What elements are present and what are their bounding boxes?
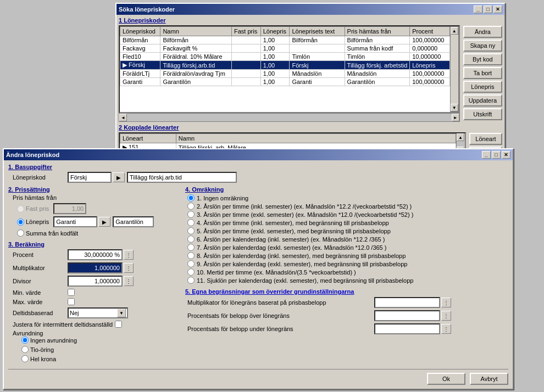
omrakning-label-8: 8. Årslön per kalenderdag (inkl. semeste…: [197, 253, 406, 259]
lonepriskod-nav-btn[interactable]: ▶: [113, 172, 125, 182]
lonepris-radio-label: Lönepris: [26, 219, 49, 225]
multiplikator-input[interactable]: [68, 262, 123, 273]
byt-kod-button[interactable]: Byt kod: [463, 53, 502, 65]
table-scrollbar-v[interactable]: ▲ ▼: [450, 26, 459, 112]
procentsats-over-btn[interactable]: ⋮: [441, 311, 451, 321]
avrundning-hel-radio[interactable]: [21, 355, 29, 362]
egna-begransningar-label[interactable]: 5. Egna begränsningar som överrider grun…: [185, 288, 354, 295]
col-fastpris: Fast pris: [232, 27, 261, 36]
fastpris-amount: [53, 203, 86, 214]
procent-input[interactable]: [68, 249, 123, 260]
omrakning-radio-1[interactable]: [187, 194, 195, 201]
table-row[interactable]: GarantiGarantilön1,00GarantiGarantilön10…: [120, 78, 450, 86]
avrundning-ingen-radio[interactable]: [21, 337, 29, 344]
kopplade-scroll-up[interactable]: ▲: [457, 133, 464, 141]
lonepris-nav-btn[interactable]: ▶: [98, 217, 110, 227]
avbryt-button[interactable]: Avbryt: [470, 373, 508, 385]
andra-button[interactable]: Ändra: [463, 26, 502, 38]
uppdatera-button[interactable]: Uppdatera: [463, 94, 502, 107]
edit-maximize-btn[interactable]: □: [492, 151, 501, 159]
scroll-right[interactable]: ►: [452, 114, 459, 121]
maximize-btn[interactable]: □: [484, 5, 492, 13]
summa-radio[interactable]: [17, 229, 24, 237]
procentsats-under-btn[interactable]: ⋮: [441, 324, 451, 334]
omrakning-label-11: 11. Sjuklön per kalenderdag (exkl. semes…: [197, 277, 413, 284]
procentsats-over-input[interactable]: [374, 310, 440, 321]
omrakning-radio-3[interactable]: [187, 211, 195, 218]
edit-close-btn[interactable]: ✕: [502, 151, 510, 159]
procentsats-under-label: Procentsats för belopp under lönegräns: [187, 326, 374, 332]
deltidsbaserad-value: Nej: [70, 310, 79, 316]
max-varde-check[interactable]: [68, 298, 75, 305]
scroll-left[interactable]: ◄: [119, 114, 127, 121]
procent-btn[interactable]: ⋮: [124, 250, 134, 260]
omrakning-label-1: 1. Ingen omräkning: [197, 195, 248, 201]
berakning-label: 3. Beräkning: [8, 241, 179, 248]
lonepris-kod-label: Lönepriskod: [13, 174, 68, 181]
col-kopplade-namn: Namn: [176, 134, 456, 143]
multiplikator-btn[interactable]: ⋮: [124, 263, 134, 273]
lonepris-radio[interactable]: [17, 219, 24, 226]
avrundning-label: Avrundning: [13, 330, 43, 337]
omrakning-radio-5[interactable]: [187, 227, 195, 234]
omrakning-radio-11[interactable]: [187, 277, 195, 284]
lonepris-kod-input[interactable]: [68, 172, 112, 183]
table-row-selected[interactable]: ▶ FörskjTillägg förskj.arb.tid1,00Förskj…: [120, 61, 450, 70]
minimize-btn[interactable]: _: [474, 5, 482, 13]
omrakning-label-10: 10. Mertid per timme (ex. Månadslön/(3.5…: [197, 269, 356, 276]
close-btn[interactable]: ✕: [493, 5, 502, 13]
col-lonepris: Lönepris: [260, 27, 290, 36]
ok-button[interactable]: Ok: [427, 373, 465, 385]
table-row[interactable]: Fled10Föräldral. 10% Målare1,00TimlönTim…: [120, 53, 450, 61]
multiplikator-lonegrans-btn[interactable]: ⋮: [441, 298, 451, 307]
deltidsbaserad-label: Deltidsbaserad: [13, 310, 68, 316]
omrakning-radio-6[interactable]: [187, 236, 195, 243]
omrakning-radio-10[interactable]: [187, 268, 195, 276]
lonepris-text-field[interactable]: [113, 216, 154, 227]
omrakning-label: 4. Omräkning: [185, 186, 508, 193]
search-window-content: 1 Lönepriskoder Lönepriskod Namn Fast pr…: [116, 15, 504, 161]
avrundning-ingen-label: Ingen avrundning: [30, 337, 77, 344]
kopplade-label: 2 Kopplade lönearter: [119, 124, 466, 131]
procent-label: Procent: [13, 251, 68, 258]
prissattning-label: 2. Prissättning: [8, 186, 179, 193]
ta-bort-button[interactable]: Ta bort: [463, 67, 502, 79]
lonepris-namn-input[interactable]: [127, 172, 237, 183]
lonepriskoder-label: 1 Lönepriskoder: [119, 17, 460, 24]
edit-title-bar: Ändra lönepriskod _ □ ✕: [4, 149, 513, 160]
scroll-down[interactable]: ▼: [451, 104, 458, 111]
procentsats-under-input[interactable]: [374, 323, 440, 334]
table-row[interactable]: FöräldrLTjFöräldralön/avdrag Tjm1,00Måna…: [120, 70, 450, 78]
basuppgifter-label: 1. Basuppgifter: [8, 164, 508, 170]
lonepris-button[interactable]: Lönepris: [463, 81, 502, 93]
loneart-button[interactable]: Löneart: [469, 133, 502, 145]
edit-title-buttons: _ □ ✕: [482, 151, 510, 159]
justera-check[interactable]: [115, 321, 122, 328]
table-row[interactable]: BilförmånBilförmån1,00BilförmånBilförmån…: [120, 36, 450, 44]
lonepriskoder-table: Lönepriskod Namn Fast pris Lönepris Löne…: [120, 26, 450, 86]
edit-minimize-btn[interactable]: _: [482, 151, 491, 159]
omrakning-label-3: 3. Årslön per timme (exkl. semester) (ex…: [197, 211, 413, 218]
multiplikator-label: Multiplikator: [13, 265, 68, 271]
lonepris-field[interactable]: [53, 216, 97, 227]
table-row[interactable]: FackavgFackavgift %1,00Summa från kodf0,…: [120, 44, 450, 53]
deltidsbaserad-dropdown[interactable]: ▼: [117, 309, 126, 317]
omrakning-radio-2[interactable]: [187, 203, 195, 210]
omrakning-radio-8[interactable]: [187, 252, 195, 259]
scroll-up[interactable]: ▲: [451, 27, 458, 35]
col-lonepristext: Löneprisets text: [290, 27, 345, 36]
divisor-input[interactable]: [68, 276, 123, 287]
fastpris-radio[interactable]: [17, 205, 24, 212]
skapa-ny-button[interactable]: Skapa ny: [463, 40, 502, 52]
avrundning-tio-radio[interactable]: [21, 346, 29, 353]
edit-window-title: Ändra lönepriskod: [6, 152, 59, 158]
utskrift1-button[interactable]: Utskrift: [463, 108, 502, 120]
col-loneart: Löneart: [120, 134, 176, 143]
fastpris-label: Fast pris: [26, 205, 49, 212]
omrakning-radio-7[interactable]: [187, 244, 195, 251]
multiplikator-lonegrans-input[interactable]: [374, 297, 440, 308]
divisor-btn[interactable]: ⋮: [124, 276, 134, 286]
omrakning-radio-4[interactable]: [187, 219, 195, 226]
omrakning-radio-9[interactable]: [187, 260, 195, 267]
min-varde-check[interactable]: [68, 289, 75, 296]
